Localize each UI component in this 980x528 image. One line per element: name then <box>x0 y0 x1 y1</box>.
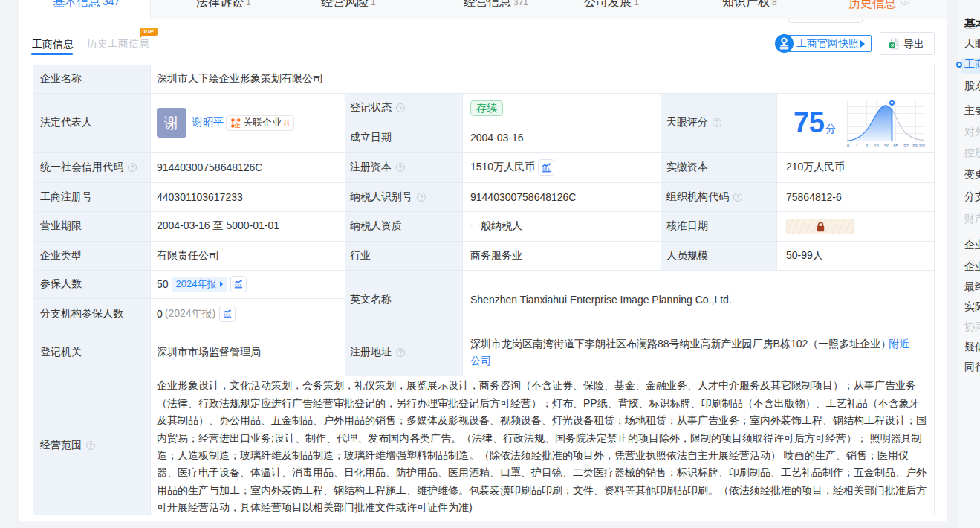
svg-text:100: 100 <box>918 144 925 148</box>
svg-text:85: 85 <box>893 144 898 148</box>
svg-text:50: 50 <box>884 144 889 148</box>
svg-text:企: 企 <box>234 122 241 128</box>
svg-text:3: 3 <box>866 144 869 148</box>
svg-text:1: 1 <box>856 144 859 148</box>
svg-text:97: 97 <box>903 144 909 148</box>
svg-text:15: 15 <box>874 144 879 148</box>
svg-text:0: 0 <box>847 144 850 148</box>
svg-text:99: 99 <box>912 144 918 148</box>
